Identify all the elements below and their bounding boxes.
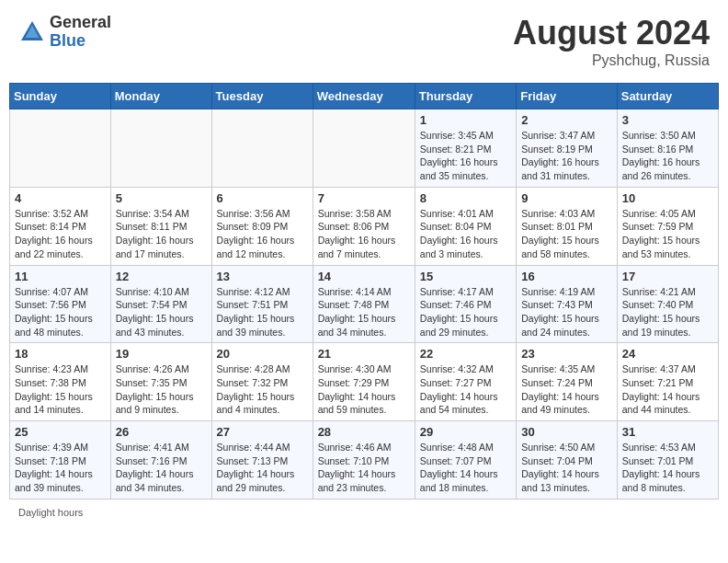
day-number: 3: [622, 113, 713, 127]
calendar-day-header: Sunday: [10, 84, 111, 109]
day-number: 20: [217, 347, 308, 361]
calendar-day-header: Monday: [110, 84, 211, 109]
calendar-day-header: Thursday: [415, 84, 516, 109]
calendar-cell: 10Sunrise: 4:05 AMSunset: 7:59 PMDayligh…: [617, 187, 718, 265]
logo-general-text: General: [50, 14, 111, 32]
day-number: 2: [521, 113, 612, 127]
calendar-cell: 12Sunrise: 4:10 AMSunset: 7:54 PMDayligh…: [110, 265, 211, 343]
day-number: 28: [318, 425, 410, 439]
day-info: Sunrise: 3:56 AMSunset: 8:09 PMDaylight:…: [217, 207, 308, 261]
day-number: 12: [116, 270, 207, 283]
logo: General Blue: [18, 14, 111, 51]
day-info: Sunrise: 4:12 AMSunset: 7:51 PMDaylight:…: [217, 285, 308, 339]
day-info: Sunrise: 3:52 AMSunset: 8:14 PMDaylight:…: [15, 207, 106, 261]
logo-icon: [18, 18, 46, 46]
calendar-header-row: SundayMondayTuesdayWednesdayThursdayFrid…: [10, 84, 719, 109]
day-number: 23: [521, 347, 612, 361]
day-number: 18: [15, 347, 106, 361]
calendar-cell: 20Sunrise: 4:28 AMSunset: 7:32 PMDayligh…: [211, 343, 313, 421]
calendar-cell: 3Sunrise: 3:50 AMSunset: 8:16 PMDaylight…: [617, 109, 718, 188]
calendar-cell: 8Sunrise: 4:01 AMSunset: 8:04 PMDaylight…: [415, 187, 516, 265]
day-info: Sunrise: 3:58 AMSunset: 8:06 PMDaylight:…: [318, 207, 410, 261]
day-number: 19: [116, 347, 207, 361]
calendar-cell: 22Sunrise: 4:32 AMSunset: 7:27 PMDayligh…: [415, 343, 516, 421]
calendar-cell: [313, 109, 415, 188]
calendar-week-row: 25Sunrise: 4:39 AMSunset: 7:18 PMDayligh…: [10, 421, 719, 500]
day-info: Sunrise: 3:54 AMSunset: 8:11 PMDaylight:…: [116, 207, 207, 261]
day-info: Sunrise: 4:44 AMSunset: 7:13 PMDaylight:…: [217, 441, 308, 495]
calendar-cell: [10, 109, 111, 188]
daylight-label: Daylight hours: [18, 507, 83, 518]
day-number: 16: [521, 270, 612, 283]
calendar-week-row: 4Sunrise: 3:52 AMSunset: 8:14 PMDaylight…: [10, 187, 719, 265]
day-info: Sunrise: 4:48 AMSunset: 7:07 PMDaylight:…: [420, 441, 511, 495]
day-info: Sunrise: 4:32 AMSunset: 7:27 PMDaylight:…: [420, 362, 511, 417]
calendar-cell: 21Sunrise: 4:30 AMSunset: 7:29 PMDayligh…: [313, 343, 415, 421]
day-info: Sunrise: 4:41 AMSunset: 7:16 PMDaylight:…: [116, 441, 207, 495]
day-number: 4: [15, 191, 106, 205]
day-info: Sunrise: 4:50 AMSunset: 7:04 PMDaylight:…: [521, 441, 612, 495]
day-info: Sunrise: 4:53 AMSunset: 7:01 PMDaylight:…: [622, 441, 713, 495]
title-block: August 2024 Pyshchug, Russia: [513, 14, 710, 69]
day-number: 29: [420, 425, 511, 439]
day-number: 21: [318, 347, 410, 361]
calendar-cell: 30Sunrise: 4:50 AMSunset: 7:04 PMDayligh…: [517, 421, 618, 500]
day-info: Sunrise: 4:17 AMSunset: 7:46 PMDaylight:…: [420, 285, 511, 339]
calendar-day-header: Tuesday: [211, 84, 313, 109]
calendar-week-row: 1Sunrise: 3:45 AMSunset: 8:21 PMDaylight…: [10, 109, 719, 188]
day-info: Sunrise: 4:21 AMSunset: 7:40 PMDaylight:…: [622, 285, 713, 339]
calendar-cell: 18Sunrise: 4:23 AMSunset: 7:38 PMDayligh…: [10, 343, 111, 421]
location-subtitle: Pyshchug, Russia: [513, 52, 710, 69]
calendar-cell: 23Sunrise: 4:35 AMSunset: 7:24 PMDayligh…: [517, 343, 618, 421]
day-number: 8: [420, 191, 511, 205]
calendar-day-header: Wednesday: [313, 84, 415, 109]
day-number: 1: [420, 113, 511, 127]
day-info: Sunrise: 4:26 AMSunset: 7:35 PMDaylight:…: [116, 362, 207, 417]
day-info: Sunrise: 3:50 AMSunset: 8:16 PMDaylight:…: [622, 129, 713, 183]
calendar-day-header: Saturday: [617, 84, 718, 109]
calendar-cell: 25Sunrise: 4:39 AMSunset: 7:18 PMDayligh…: [10, 421, 111, 500]
day-number: 24: [622, 347, 713, 361]
calendar-cell: 6Sunrise: 3:56 AMSunset: 8:09 PMDaylight…: [211, 187, 313, 265]
calendar-cell: 13Sunrise: 4:12 AMSunset: 7:51 PMDayligh…: [211, 265, 313, 343]
day-number: 7: [318, 191, 410, 205]
calendar-cell: 17Sunrise: 4:21 AMSunset: 7:40 PMDayligh…: [617, 265, 718, 343]
day-info: Sunrise: 4:28 AMSunset: 7:32 PMDaylight:…: [217, 362, 308, 417]
day-info: Sunrise: 4:30 AMSunset: 7:29 PMDaylight:…: [318, 362, 410, 417]
day-number: 6: [217, 191, 308, 205]
calendar-cell: 5Sunrise: 3:54 AMSunset: 8:11 PMDaylight…: [110, 187, 211, 265]
day-info: Sunrise: 4:05 AMSunset: 7:59 PMDaylight:…: [622, 207, 713, 261]
calendar-cell: 24Sunrise: 4:37 AMSunset: 7:21 PMDayligh…: [617, 343, 718, 421]
day-info: Sunrise: 4:10 AMSunset: 7:54 PMDaylight:…: [116, 285, 207, 339]
calendar-cell: 1Sunrise: 3:45 AMSunset: 8:21 PMDaylight…: [415, 109, 516, 188]
day-number: 31: [622, 425, 713, 439]
calendar-cell: 26Sunrise: 4:41 AMSunset: 7:16 PMDayligh…: [110, 421, 211, 500]
day-number: 25: [15, 425, 106, 439]
calendar-day-header: Friday: [517, 84, 618, 109]
calendar-cell: 29Sunrise: 4:48 AMSunset: 7:07 PMDayligh…: [415, 421, 516, 500]
day-number: 17: [622, 270, 713, 283]
day-number: 30: [521, 425, 612, 439]
calendar-cell: 4Sunrise: 3:52 AMSunset: 8:14 PMDaylight…: [10, 187, 111, 265]
daylight-note: Daylight hours: [9, 503, 719, 522]
calendar-cell: 9Sunrise: 4:03 AMSunset: 8:01 PMDaylight…: [517, 187, 618, 265]
calendar-cell: 2Sunrise: 3:47 AMSunset: 8:19 PMDaylight…: [517, 109, 618, 188]
day-info: Sunrise: 3:47 AMSunset: 8:19 PMDaylight:…: [521, 129, 612, 183]
day-info: Sunrise: 4:23 AMSunset: 7:38 PMDaylight:…: [15, 362, 106, 417]
day-number: 13: [217, 270, 308, 283]
calendar-cell: 15Sunrise: 4:17 AMSunset: 7:46 PMDayligh…: [415, 265, 516, 343]
calendar-week-row: 18Sunrise: 4:23 AMSunset: 7:38 PMDayligh…: [10, 343, 719, 421]
day-info: Sunrise: 4:39 AMSunset: 7:18 PMDaylight:…: [15, 441, 106, 495]
day-number: 5: [116, 191, 207, 205]
calendar-cell: 7Sunrise: 3:58 AMSunset: 8:06 PMDaylight…: [313, 187, 415, 265]
day-info: Sunrise: 4:07 AMSunset: 7:56 PMDaylight:…: [15, 285, 106, 339]
day-number: 15: [420, 270, 511, 283]
month-year-title: August 2024: [513, 14, 710, 52]
calendar-cell: 31Sunrise: 4:53 AMSunset: 7:01 PMDayligh…: [617, 421, 718, 500]
calendar-cell: 16Sunrise: 4:19 AMSunset: 7:43 PMDayligh…: [517, 265, 618, 343]
day-number: 11: [15, 270, 106, 283]
calendar-cell: 19Sunrise: 4:26 AMSunset: 7:35 PMDayligh…: [110, 343, 211, 421]
day-number: 27: [217, 425, 308, 439]
calendar-week-row: 11Sunrise: 4:07 AMSunset: 7:56 PMDayligh…: [10, 265, 719, 343]
day-info: Sunrise: 3:45 AMSunset: 8:21 PMDaylight:…: [420, 129, 511, 183]
